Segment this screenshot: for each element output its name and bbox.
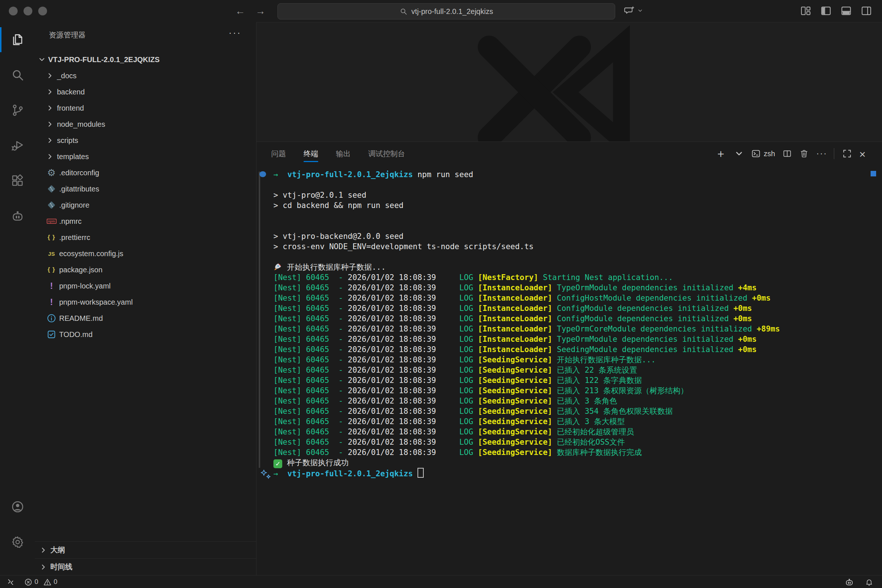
npm-icon: npm (46, 216, 57, 226)
tree-folder--docs[interactable]: _docs (35, 68, 256, 84)
command-center-text: vtj-pro-full-2.0.1_2ejqkizs (411, 8, 493, 16)
close-panel-button[interactable]: × (859, 149, 869, 158)
terminal-line: > cross-env NODE_ENV=development ts-node… (256, 242, 882, 252)
terminal-launch-dropdown[interactable] (734, 149, 744, 158)
tree-item-label: scripts (57, 136, 78, 145)
vscode-window: ← → vtj-pro-full-2.0.1_2ejqkizs 资源管理器 ··… (0, 0, 882, 588)
tree-file-package-json[interactable]: { }package.json (35, 262, 256, 278)
panel-tab-终端[interactable]: 终端 (303, 142, 318, 165)
tree-file--prettierrc[interactable]: { }.prettierrc (35, 230, 256, 246)
chevron-right-icon (46, 153, 54, 160)
terminal-line: → vtj-pro-full-2.0.1_2ejqkizs npm run se… (256, 170, 882, 180)
terminal-line (256, 211, 882, 221)
activity-item-search[interactable] (0, 57, 35, 93)
close-window-button[interactable] (9, 7, 18, 15)
history-back-button[interactable]: ← (235, 6, 245, 17)
terminal-line: [Nest] 60465 - 2026/01/02 18:08:39 LOG [… (256, 324, 882, 334)
activity-item-run-debug[interactable] (0, 128, 35, 163)
tree-item-label: pnpm-workspace.yaml (59, 298, 133, 306)
history-forward-button[interactable]: → (255, 6, 266, 17)
remote-indicator-icon[interactable] (7, 578, 15, 586)
zoom-window-button[interactable] (38, 7, 47, 15)
tree-folder-templates[interactable]: templates (35, 148, 256, 165)
tree-item-label: backend (57, 88, 85, 96)
panel-tab-输出[interactable]: 输出 (336, 142, 351, 165)
terminal-instance-zsh[interactable]: zsh (751, 149, 775, 158)
tree-folder-backend[interactable]: backend (35, 84, 256, 100)
vtj-logo-watermark-icon (455, 22, 632, 141)
todo-check-icon (46, 330, 57, 339)
minimize-window-button[interactable] (24, 7, 32, 15)
terminal-scrollbar-mark[interactable] (871, 171, 876, 176)
check-icon: ✓ (273, 458, 282, 468)
bell-icon[interactable] (865, 578, 873, 586)
customize-layout-icon[interactable] (800, 5, 812, 17)
maximize-panel-button[interactable] (842, 149, 852, 158)
command-decoration-icon (260, 171, 266, 177)
timeline-section[interactable]: 时间线 (35, 558, 256, 575)
tree-file-pnpm-workspace-yaml[interactable]: !pnpm-workspace.yaml (35, 294, 256, 310)
problems-status[interactable]: 0 0 (24, 578, 57, 586)
info-circle-icon (46, 314, 57, 323)
timeline-label: 时间线 (50, 562, 72, 572)
chevron-down-icon (637, 8, 643, 14)
gear-icon (10, 535, 25, 549)
tree-folder-frontend[interactable]: frontend (35, 100, 256, 116)
activity-item-explorer[interactable] (0, 22, 35, 57)
tree-item-label: .npmrc (59, 217, 82, 226)
tree-folder-scripts[interactable]: scripts (35, 132, 256, 148)
chevron-right-icon (46, 120, 54, 128)
terminal-line: → vtj-pro-full-2.0.1_2ejqkizs (256, 468, 882, 478)
activity-item-settings[interactable] (0, 524, 35, 560)
window-controls (9, 7, 47, 15)
git-diamond-icon (46, 200, 57, 210)
exclamation-icon: ! (46, 297, 57, 307)
panel-tab-label: 调试控制台 (368, 149, 405, 159)
activity-item-account[interactable] (0, 489, 35, 524)
terminal-line: [Nest] 60465 - 2026/01/02 18:08:39 LOG [… (256, 396, 882, 406)
activity-item-extensions[interactable] (0, 163, 35, 198)
tree-item-label: node_modules (57, 120, 105, 129)
more-actions-button[interactable]: ··· (816, 149, 826, 158)
panel-tab-调试控制台[interactable]: 调试控制台 (368, 142, 405, 165)
new-terminal-button[interactable]: + (717, 149, 727, 158)
tree-folder-node-modules[interactable]: node_modules (35, 116, 256, 132)
terminal-line: [Nest] 60465 - 2026/01/02 18:08:39 LOG [… (256, 447, 882, 458)
cursor-icon (417, 468, 424, 479)
terminal-line: [Nest] 60465 - 2026/01/02 18:08:39 LOG [… (256, 365, 882, 375)
kill-terminal-button[interactable] (800, 149, 809, 158)
outline-section[interactable]: 大纲 (35, 542, 256, 558)
panel-tab-label: 终端 (303, 149, 318, 159)
command-center-search[interactable]: vtj-pro-full-2.0.1_2ejqkizs (278, 3, 615, 20)
tree-file-pnpm-lock-yaml[interactable]: !pnpm-lock.yaml (35, 278, 256, 294)
tree-file-todo-md[interactable]: TODO.md (35, 326, 256, 342)
panel-tabs: 问题终端输出调试控制台 (256, 142, 405, 165)
files-icon (10, 33, 25, 46)
toggle-sidebar-left-icon[interactable] (820, 5, 832, 17)
chat-button[interactable] (624, 5, 643, 16)
js-icon: JS (46, 249, 57, 258)
tree-file-readme-md[interactable]: README.md (35, 310, 256, 326)
toggle-sidebar-right-icon[interactable] (860, 5, 873, 17)
braces-icon: { } (46, 232, 57, 242)
tree-item-label: .prettierrc (59, 233, 90, 242)
tree-file--gitattributes[interactable]: .gitattributes (35, 181, 256, 197)
warning-count: 0 (54, 578, 57, 586)
activity-item-ai-assistant[interactable] (0, 198, 35, 234)
terminal-line: [Nest] 60465 - 2026/01/02 18:08:39 LOG [… (256, 293, 882, 303)
tree-file--editorconfig[interactable]: ⚙.editorconfig (35, 165, 256, 181)
error-count: 0 (34, 578, 38, 586)
more-actions-icon[interactable]: ··· (229, 27, 242, 39)
tree-file-ecosystem-config-js[interactable]: JSecosystem.config.js (35, 246, 256, 262)
tree-file--gitignore[interactable]: .gitignore (35, 197, 256, 213)
search-icon (399, 8, 408, 15)
activity-item-source-control[interactable] (0, 93, 35, 128)
source-control-icon (10, 103, 25, 117)
tree-file--npmrc[interactable]: npm.npmrc (35, 213, 256, 230)
robot-icon[interactable] (844, 578, 854, 587)
split-terminal-button[interactable] (782, 149, 792, 158)
panel-tab-问题[interactable]: 问题 (271, 142, 286, 165)
tree-root-folder[interactable]: VTJ-PRO-FULL-2.0.1_2EJQKIZS (35, 51, 256, 68)
file-tree: VTJ-PRO-FULL-2.0.1_2EJQKIZS_docsbackendf… (35, 51, 256, 342)
toggle-panel-icon[interactable] (840, 5, 852, 17)
